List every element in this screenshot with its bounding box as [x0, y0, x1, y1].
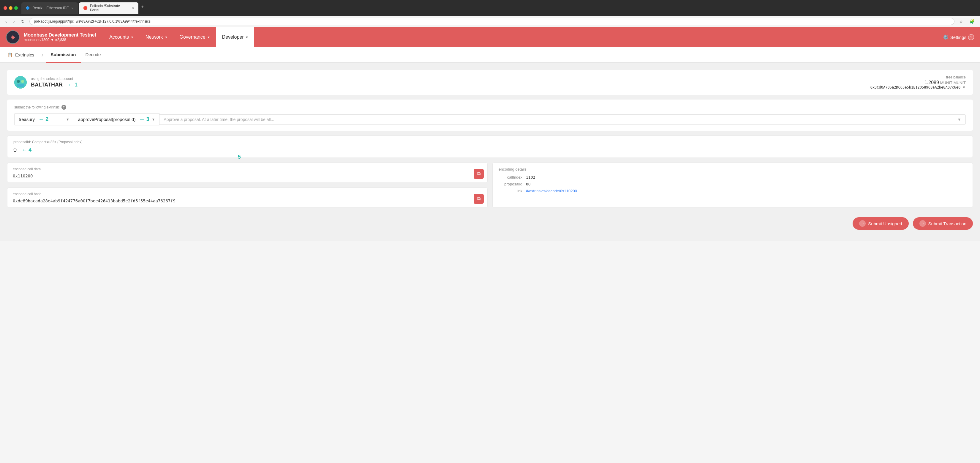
logo-text: Moonbase Development Testnet moonbase/18…: [24, 32, 96, 42]
settings-button[interactable]: ⚙️ Settings 1: [943, 34, 974, 40]
nav-item-accounts[interactable]: Accounts ▼: [103, 27, 140, 47]
forward-button[interactable]: ›: [11, 18, 17, 24]
accounts-chevron-icon: ▼: [130, 36, 134, 39]
tab-remix[interactable]: 🔷 Remix – Ethereum IDE ✕: [21, 2, 78, 14]
pallet-value: treasury: [19, 117, 35, 122]
nav-accounts-label: Accounts: [109, 35, 129, 40]
arrow-2-icon: ←: [38, 116, 44, 123]
nav-item-developer[interactable]: Developer ▼: [216, 27, 255, 47]
network-sub-label: moonbase/1800: [24, 38, 49, 42]
logo-symbol: ◈: [11, 34, 15, 40]
encoding-details-box: encoding details callIndex 1102 proposal…: [492, 163, 973, 208]
svg-point-1: [17, 80, 20, 83]
address-chevron-icon[interactable]: ▼: [962, 85, 966, 89]
tab-remix-label: Remix – Ethereum IDE: [32, 6, 69, 10]
encoding-title: encoding details: [499, 167, 967, 171]
proposal-section: proposalId: Compact<u32> (ProposalIndex)…: [7, 136, 973, 158]
svg-point-2: [21, 80, 24, 83]
tab-polkadot-close[interactable]: ✕: [132, 6, 134, 10]
balance-row: 1.2089 MUNIT MUNIT: [870, 80, 966, 85]
tab-polkadot[interactable]: 🔴 Polkadot/Substrate Portal ✕: [79, 2, 138, 14]
annotation-5: 5: [238, 154, 241, 160]
header-right: ⚙️ Settings 1: [943, 34, 974, 40]
extrinsic-label: submit the following extrinsic ?: [14, 105, 966, 110]
sub-nav: 📋 Extrinsics › Submission Decode: [0, 47, 980, 63]
maximize-button[interactable]: [14, 6, 18, 10]
tab-favicon-polkadot: 🔴: [83, 6, 88, 10]
annotation-2: ← 2: [38, 116, 48, 123]
submit-transaction-icon: →: [920, 220, 926, 227]
account-info: using the selected account BALTATHAR ← 1: [31, 77, 78, 88]
tab-favicon: 🔷: [25, 6, 30, 10]
method-selector[interactable]: approveProposal(proposalId) ← 3 ▼: [74, 113, 159, 125]
label-5: 5: [238, 154, 241, 160]
extrinsic-selectors: treasury ← 2 ▼ approveProposal(proposalI…: [14, 113, 966, 125]
encoding-row-link: link #/extrinsics/decode/0x110200: [499, 189, 967, 193]
pallet-selector[interactable]: treasury ← 2 ▼: [14, 113, 74, 125]
label-2: 2: [45, 116, 48, 123]
extensions-button[interactable]: 🧩: [968, 18, 977, 24]
nav-developer-label: Developer: [222, 35, 244, 40]
balance-label: free balance: [870, 75, 966, 79]
link-key: link: [499, 189, 522, 193]
encoding-link[interactable]: #/extrinsics/decode/0x110200: [526, 189, 577, 193]
bookmark-button[interactable]: ☆: [958, 18, 965, 24]
tab-decode-label: Decode: [86, 52, 101, 57]
arrow-3-icon: ←: [139, 116, 145, 123]
encoding-row-proposalid: proposalId 00: [499, 182, 967, 186]
encoded-hash-box: encoded call hash 0xde89bacada28e4ab9f42…: [7, 187, 488, 208]
avatar-icon: [14, 76, 27, 89]
settings-badge: 1: [968, 34, 974, 40]
proposal-label: proposalId: Compact<u32> (ProposalIndex): [13, 140, 967, 144]
new-tab-button[interactable]: +: [140, 2, 145, 14]
logo-area: ◈ Moonbase Development Testnet moonbase/…: [6, 30, 96, 44]
tab-submission-label: Submission: [51, 52, 76, 57]
sub-nav-section: 📋 Extrinsics: [7, 52, 39, 57]
copy-call-data-button[interactable]: ⧉: [474, 169, 484, 179]
tab-decode[interactable]: Decode: [81, 47, 106, 63]
account-section: using the selected account BALTATHAR ← 1…: [7, 70, 973, 95]
bottom-actions: → Submit Unsigned → Submit Transaction: [7, 212, 973, 230]
submit-transaction-label: Submit Transaction: [928, 221, 966, 226]
developer-chevron-icon: ▼: [246, 36, 248, 39]
encoding-row-callindex: callIndex 1102: [499, 175, 967, 179]
settings-label: Settings: [950, 35, 966, 40]
nav-item-governance[interactable]: Governance ▼: [174, 27, 216, 47]
logo-icon: ◈: [6, 30, 20, 44]
help-icon[interactable]: ?: [62, 105, 66, 110]
encoded-grid: encoded call data 0x110200 ⧉ 5 encoded c…: [7, 163, 973, 208]
reload-button[interactable]: ↻: [19, 18, 26, 24]
address-row: 0x3Cd0A705a2DC65e5b1E1205896BaA2be8A07c6…: [870, 85, 966, 89]
nav-network-label: Network: [145, 35, 163, 40]
arrow-4-icon: ←: [21, 147, 27, 153]
copy-icon: ⧉: [477, 171, 480, 177]
submit-unsigned-button[interactable]: → Submit Unsigned: [853, 217, 908, 230]
network-chevron-icon[interactable]: ▼: [51, 38, 54, 42]
copy-hash-button[interactable]: ⧉: [474, 194, 484, 204]
copy-icon-2: ⧉: [477, 196, 480, 201]
method-chevron-icon: ▼: [151, 117, 155, 121]
nav-divider: ›: [41, 51, 43, 59]
extrinsics-icon: 📋: [7, 52, 13, 57]
network-sub: moonbase/1800 ▼ #2,838: [24, 38, 96, 42]
encoded-call-box: encoded call data 0x110200 ⧉ 5: [7, 163, 488, 183]
close-button[interactable]: [3, 6, 7, 10]
submit-unsigned-label: Submit Unsigned: [868, 221, 902, 226]
encoded-hash-label: encoded call hash: [13, 192, 482, 196]
method-desc-text: Approve a proposal. At a later time, the…: [164, 117, 274, 122]
address-bar[interactable]: polkadot.js.org/apps/?rpc=ws%3A%2F%2F127…: [29, 18, 955, 25]
submit-transaction-button[interactable]: → Submit Transaction: [913, 217, 973, 230]
arrow-1-icon: ←: [67, 81, 73, 88]
nav-governance-label: Governance: [180, 35, 205, 40]
minimize-button[interactable]: [9, 6, 13, 10]
tab-submission[interactable]: Submission: [46, 47, 81, 63]
arrow-right-icon: →: [861, 221, 864, 226]
tab-remix-close[interactable]: ✕: [71, 6, 74, 10]
encoded-hash-value: 0xde89bacada28e4ab9f424776a00f7bee426413…: [13, 198, 482, 203]
back-button[interactable]: ‹: [3, 18, 9, 24]
callindex-key: callIndex: [499, 175, 522, 179]
arrow-right-icon-2: →: [921, 221, 924, 226]
nav-item-network[interactable]: Network ▼: [140, 27, 174, 47]
proposalid-key: proposalId: [499, 182, 522, 186]
network-name: Moonbase Development Testnet: [24, 32, 96, 38]
